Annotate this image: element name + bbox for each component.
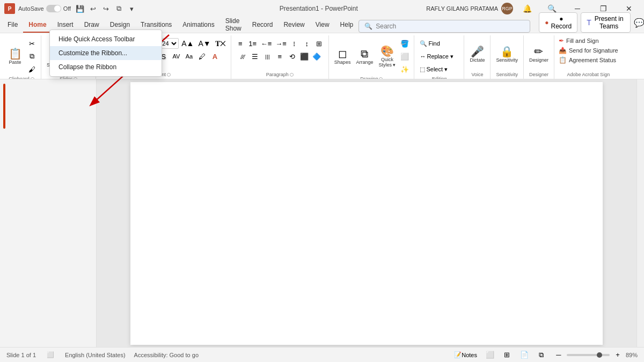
paragraph-label: Paragraph⬡ [235,71,325,79]
arrange-icon: ⧉ [361,48,368,59]
record-button[interactable]: ● ● Record [539,12,577,33]
font-size-select[interactable]: 24 18 32 48 [159,38,179,49]
quick-styles-button[interactable]: 🎨 QuickStyles ▾ [376,45,398,69]
slide-sort-button[interactable]: ⊞ [501,349,513,361]
select-button[interactable]: ⬚ Select ▾ [418,63,460,75]
dictate-button[interactable]: 🎤 Dictate [467,45,487,64]
canvas-area[interactable] [97,79,636,347]
smartart-button[interactable]: 🔷 [311,50,323,62]
acrobat-items: ✒ Fill and Sign 📤 Send for Signature 📋 A… [558,35,619,71]
align-center-button[interactable]: ☰ [249,50,261,62]
zoom-in-button[interactable]: + [612,349,624,361]
comment-button[interactable]: 💬 [634,15,644,30]
designer-content: ✏ Designer [527,35,551,71]
normal-view-button[interactable]: ⬜ [484,349,496,361]
hide-toolbar-label: Hide Quick Access Toolbar [58,35,135,43]
search-bar[interactable]: 🔍 [358,20,530,33]
agreement-status-item[interactable]: 📋 Agreement Status [558,56,619,64]
undo-button[interactable]: ↩ [87,3,99,14]
format-painter-button[interactable]: 🖌 [26,63,38,75]
context-menu-item-collapse[interactable]: Collapse the Ribbon [50,60,162,74]
numbering-button[interactable]: 1≡ [247,38,259,49]
presenter-view-button[interactable]: ⧉ [536,349,547,361]
justify-button[interactable]: ≡ [274,50,286,62]
record-icon: ● [545,19,548,26]
present-teams-label: Present in Teams [594,15,625,30]
reading-view-button[interactable]: 📄 [518,349,530,361]
right-scrollbar[interactable] [636,79,644,347]
zoom-out-button[interactable]: ─ [553,349,565,361]
context-menu-item-customize[interactable]: Customize the Ribbon... [50,46,162,60]
redo-button[interactable]: ↪ [100,3,112,14]
designer-label: Designer [529,57,548,63]
autosave-state: Off [63,5,71,12]
paste-button[interactable]: 📋 Paste [5,47,25,66]
arrange-button[interactable]: ⧉ Arrange [354,47,375,66]
line-spacing-button[interactable]: ↕ [301,38,313,49]
shapes-label: Shapes [334,60,351,65]
tab-review[interactable]: Review [278,17,310,33]
profile-avatar[interactable]: RGP [501,3,513,14]
decrease-indent-button[interactable]: ←≡ [259,38,274,49]
font-color-button[interactable]: A [209,50,221,62]
present-teams-button[interactable]: T Present in Teams [581,12,630,33]
align-left-button[interactable]: ⫻ [237,50,248,62]
slide-thumbnail[interactable] [3,84,5,129]
adobe-acrobat-group: ✒ Fill and Sign 📤 Send for Signature 📋 A… [554,35,623,79]
quick-styles-label: QuickStyles ▾ [378,57,396,68]
shapes-button[interactable]: ◻ Shapes [332,47,353,66]
paste-icon: 📋 [9,48,22,59]
shape-fill-button[interactable]: 🪣 [399,38,411,49]
search-input[interactable] [376,23,524,30]
zoom-slider[interactable] [567,354,610,356]
columns-button[interactable]: ⫶ [289,38,301,49]
notes-button[interactable]: 📝 Notes [452,349,479,361]
highlight-button[interactable]: 🖊 [196,50,208,62]
zoom-slider-thumb [597,352,602,358]
sensitivity-button[interactable]: 🔒 Sensitivity [494,45,520,64]
presentation-view-button[interactable]: ⧉ [113,3,125,14]
align-text-button[interactable]: ⬛ [298,50,310,62]
dictate-icon: 🎤 [471,46,484,57]
more-para-button[interactable]: ⊞ [313,38,325,49]
autosave-group: AutoSave Off [18,5,71,12]
fill-sign-item[interactable]: ✒ Fill and Sign [558,36,619,45]
tab-slideshow[interactable]: Slide Show [220,17,247,33]
increase-font-button[interactable]: A▲ [180,38,195,49]
clipboard-group: 📋 Paste ✂ ⧉ 🖌 Clipboard⬡ [2,35,41,79]
tab-home[interactable]: Home [23,17,52,33]
acrobat-label: Adobe Acrobat Sign [558,71,619,79]
find-button[interactable]: 🔍 Find [418,38,460,49]
tab-record[interactable]: Record [247,17,279,33]
text-direction-button[interactable]: ⟲ [286,50,298,62]
send-signature-item[interactable]: 📤 Send for Signature [558,46,619,55]
shape-effects-button[interactable]: ✨ [399,63,411,75]
slide-outline-button[interactable]: ⬜ [45,349,56,361]
replace-button[interactable]: ↔ Replace ▾ [418,50,460,62]
customize-qa-button[interactable]: ▾ [126,3,137,14]
char-spacing-button[interactable]: AV [170,50,182,62]
tab-file[interactable]: File [2,17,23,33]
save-button[interactable]: 💾 [74,3,86,14]
shapes-icon: ◻ [338,48,347,59]
copy-button[interactable]: ⧉ [26,50,38,62]
sensitivity-icon: 🔒 [500,46,514,57]
increase-indent-button[interactable]: →≡ [274,38,288,49]
tab-view[interactable]: View [310,17,335,33]
title-bar-left: P AutoSave Off 💾 ↩ ↪ ⧉ ▾ [4,3,211,14]
tab-help[interactable]: Help [335,17,359,33]
decrease-font-button[interactable]: A▼ [196,38,212,49]
autosave-toggle[interactable] [46,5,61,12]
bullets-button[interactable]: ≡ [235,38,246,49]
teams-icon: T [587,18,591,27]
customize-ribbon-label: Customize the Ribbon... [58,49,127,57]
sensitivity-content: 🔒 Sensitivity [494,35,520,71]
change-case-button[interactable]: Aa [183,50,195,62]
shape-outline-button[interactable]: ⬜ [399,50,411,62]
context-menu-item-hide-toolbar[interactable]: Hide Quick Access Toolbar [50,32,162,46]
tab-animations[interactable]: Animations [177,17,219,33]
clear-format-button[interactable]: 𝐓✕ [214,38,228,49]
cut-button[interactable]: ✂ [26,38,38,49]
align-right-button[interactable]: ⫼ [261,50,273,62]
designer-button[interactable]: ✏ Designer [527,45,551,64]
